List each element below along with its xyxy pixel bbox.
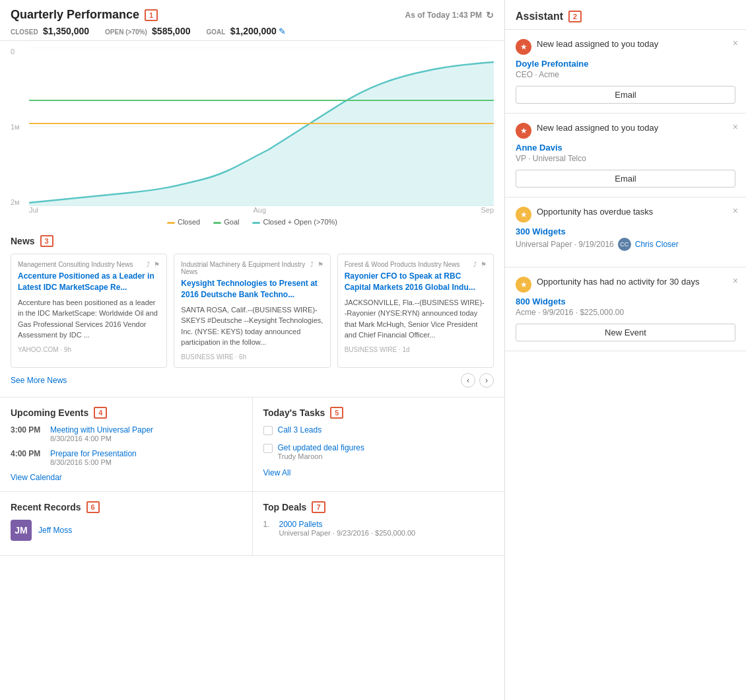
tasks-title: Today's Tasks — [263, 407, 325, 418]
event-item-0: 3:00 PM Meeting with Universal Paper 8/3… — [11, 425, 242, 442]
share-icon-0[interactable]: ⤴ — [147, 261, 150, 268]
chart-y-labels: 2м 1м 0 — [11, 48, 29, 206]
chart-legend: Closed Goal Closed + Open (>70%) — [11, 214, 494, 231]
news-time-1: BUSINESS WIRE · 6h — [181, 353, 323, 361]
assist-opp-sub-3: Acme · 9/9/2016 · $225,000.00 — [516, 308, 735, 317]
task-checkbox-0[interactable] — [263, 426, 273, 435]
task-item-1: Get updated deal figures Trudy Maroon — [263, 443, 494, 460]
deal-name-0[interactable]: 2000 Pallets — [279, 520, 416, 529]
assistant-badge: 2 — [568, 11, 582, 22]
flag-icon-2[interactable]: ⚑ — [481, 261, 487, 268]
chart-container: 2м 1м 0 — [0, 41, 504, 226]
assist-close-2[interactable]: × — [733, 205, 738, 216]
view-all-tasks-link[interactable]: View All — [263, 468, 494, 477]
assist-role-0: CEO · Acme — [516, 70, 735, 79]
top-deals-title: Top Deals — [263, 502, 307, 512]
assist-opp-sub-2: Universal Paper · 9/19/2016 CC Chris Clo… — [516, 238, 735, 251]
event-name-1[interactable]: Prepare for Presentation — [50, 449, 137, 458]
task-item-0: Call 3 Leads — [263, 425, 494, 435]
news-card-2: Forest & Wood Products Industry News ⤴ ⚑… — [337, 254, 494, 368]
assistant-header: Assistant 2 — [505, 0, 746, 30]
assist-role-1: VP · Universal Telco — [516, 154, 735, 163]
assist-icon-1: ★ — [516, 123, 531, 139]
assist-close-1[interactable]: × — [733, 122, 738, 132]
assist-person-1[interactable]: Anne Davis — [516, 143, 735, 153]
assistant-title: Assistant — [516, 11, 563, 22]
goal-label: GOAL — [206, 28, 225, 36]
recent-name-0[interactable]: Jeff Moss — [38, 526, 72, 535]
deal-sub-0: Universal Paper · 9/23/2016 · $250,000.0… — [279, 529, 416, 537]
assist-title-1: New lead assigned to you today — [537, 123, 658, 133]
news-headline-2[interactable]: Rayonier CFO to Speak at RBC Capital Mar… — [345, 271, 487, 293]
news-prev-arrow[interactable]: ‹ — [461, 373, 475, 388]
perf-stats: CLOSED $1,350,000 OPEN (>70%) $585,000 G… — [11, 26, 494, 36]
news-time-2: BUSINESS WIRE · 1d — [345, 346, 487, 353]
news-headline-0[interactable]: Accenture Positioned as a Leader in Late… — [18, 271, 160, 293]
assist-close-0[interactable]: × — [733, 38, 738, 48]
news-headline-1[interactable]: Keysight Technologies to Present at 2016… — [181, 278, 323, 300]
task-name-0[interactable]: Call 3 Leads — [278, 425, 322, 435]
news-grid: Management Consulting Industry News ⤴ ⚑ … — [11, 254, 494, 368]
closed-value: $1,350,000 — [43, 26, 89, 36]
task-sub-1: Trudy Maroon — [278, 452, 364, 460]
top-deals: Top Deals 7 1. 2000 Pallets Universal Pa… — [253, 492, 505, 556]
assist-close-3[interactable]: × — [733, 275, 738, 286]
task-name-1[interactable]: Get updated deal figures — [278, 443, 364, 452]
events-tasks-row: Upcoming Events 4 3:00 PM Meeting with U… — [0, 398, 504, 492]
recent-records-badge: 6 — [86, 501, 100, 513]
assist-title-3: Opportunity has had no activity for 30 d… — [537, 277, 699, 287]
assist-opp-3[interactable]: 800 Widgets — [516, 297, 735, 306]
goal-edit-icon[interactable]: ✎ — [279, 26, 286, 36]
recent-item-0: JM Jeff Moss — [11, 520, 242, 541]
assist-email-btn-1[interactable]: Email — [516, 170, 735, 188]
assist-icon-0: ★ — [516, 39, 531, 55]
todays-tasks: Today's Tasks 5 Call 3 Leads Get updated… — [253, 398, 505, 492]
recent-deals-row: Recent Records 6 JM Jeff Moss Top Deals … — [0, 492, 504, 556]
assist-card-2: × ★ Opportunity has overdue tasks 300 Wi… — [505, 197, 746, 267]
assist-card-1: × ★ New lead assigned to you today Anne … — [505, 114, 746, 197]
recent-records-title: Recent Records — [11, 502, 81, 512]
news-body-1: SANTA ROSA, Calif.--(BUSINESS WIRE)- SKE… — [181, 304, 323, 348]
assist-card-3: × ★ Opportunity has had no activity for … — [505, 267, 746, 351]
events-badge: 4 — [94, 407, 107, 419]
event-date-0: 8/30/2016 4:00 PM — [50, 435, 153, 442]
event-date-1: 8/30/2016 5:00 PM — [50, 458, 137, 466]
news-next-arrow[interactable]: › — [479, 373, 494, 388]
closed-label: CLOSED — [11, 28, 38, 36]
chart-x-labels: Jul Aug Sep — [11, 206, 494, 214]
event-name-0[interactable]: Meeting with Universal Paper — [50, 425, 153, 435]
open-label: OPEN (>70%) — [105, 28, 147, 36]
news-card-0: Management Consulting Industry News ⤴ ⚑ … — [11, 254, 167, 368]
share-icon-1[interactable]: ⤴ — [310, 261, 314, 268]
assist-user-icon-2: CC — [618, 238, 631, 251]
assist-email-btn-0[interactable]: Email — [516, 86, 735, 104]
flag-icon-0[interactable]: ⚑ — [154, 261, 160, 268]
assist-opp-2[interactable]: 300 Widgets — [516, 227, 735, 236]
timestamp: As of Today 1:43 PM — [405, 11, 482, 20]
assist-title-2: Opportunity has overdue tasks — [537, 207, 653, 217]
assist-new-event-btn[interactable]: New Event — [516, 324, 735, 341]
see-more-news[interactable]: See More News — [11, 376, 67, 385]
assist-icon-3: ★ — [516, 277, 531, 293]
share-icon-2[interactable]: ⤴ — [473, 261, 477, 268]
open-value: $585,000 — [152, 26, 190, 36]
assist-icon-2: ★ — [516, 207, 531, 223]
assist-person-0[interactable]: Doyle Prefontaine — [516, 59, 735, 69]
legend-closed: Closed — [178, 218, 200, 226]
refresh-icon[interactable]: ↻ — [486, 10, 494, 20]
event-item-1: 4:00 PM Prepare for Presentation 8/30/20… — [11, 449, 242, 466]
goal-value: $1,200,000 — [230, 26, 277, 36]
upcoming-events: Upcoming Events 4 3:00 PM Meeting with U… — [0, 398, 253, 492]
flag-icon-1[interactable]: ⚑ — [318, 261, 323, 268]
assist-title-0: New lead assigned to you today — [537, 39, 658, 49]
assist-user-name-2[interactable]: Chris Closer — [635, 240, 679, 249]
event-time-0: 3:00 PM — [11, 425, 44, 442]
deal-num-0: 1. — [263, 520, 274, 537]
view-calendar-link[interactable]: View Calendar — [11, 473, 242, 482]
news-source-1: Industrial Machinery & Equipment Industr… — [181, 261, 310, 275]
avatar-0: JM — [11, 520, 32, 541]
news-body-0: Accenture has been positioned as a leade… — [18, 297, 160, 341]
page-title: Quarterly Performance — [11, 8, 139, 22]
header-badge: 1 — [145, 9, 158, 21]
task-checkbox-1[interactable] — [263, 444, 273, 453]
